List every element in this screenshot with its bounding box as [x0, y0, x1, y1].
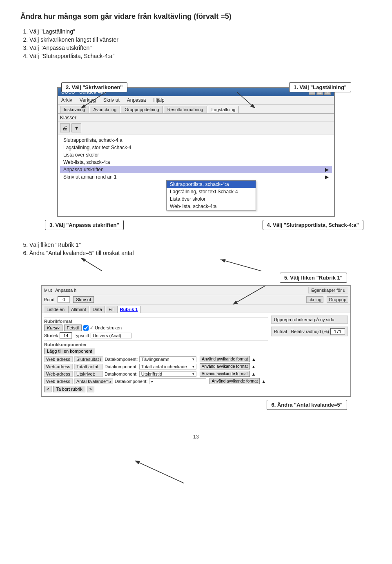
dc-value-1[interactable]: Totalt antal incheckade ▾	[139, 364, 196, 369]
tab-inskrivning[interactable]: Inskrivning	[60, 106, 89, 113]
component-rows: Web-adress Slutresultat i Datakomponent:…	[44, 356, 268, 384]
avv-btn-3[interactable]: Använd avvikande format	[209, 378, 260, 384]
app-window-1: SOSS - Schack-4an ─ □ ✕ Arkiv Verktyg Sk…	[57, 87, 335, 217]
format-buttons-row: Kursiv Fetstil ✓ Understruken	[44, 325, 268, 331]
instruction-2: Välj skrivarikonen längst till vänster	[29, 36, 372, 43]
diagram-1: 2. Välj "Skrivarikonen" 1. Välj "Lagstäl…	[20, 67, 372, 242]
menu-skriv-ut[interactable]: Skriv ut	[102, 97, 121, 103]
avv-icon-2: ▲	[252, 372, 256, 376]
ta-bort-row: < Ta bort rubrik >	[44, 386, 268, 392]
klasser-label: Klasser	[58, 114, 334, 122]
tab-fil[interactable]: Fil	[106, 306, 116, 313]
tab-lagstallning[interactable]: Lagställning	[208, 106, 239, 113]
list-item-slutrapport[interactable]: Slutrapportlista, schack-4:a	[60, 137, 332, 144]
nav-prev-button[interactable]: <	[44, 386, 51, 392]
comp-label1-3: Web-adress	[44, 378, 73, 384]
nav-arrows: <	[44, 386, 51, 392]
submenu-arrow-icon-2: ▶	[325, 174, 329, 180]
typsnitt-value: Univers (Arial)	[91, 333, 131, 338]
toolbar-label-iv-ut: iv ut	[44, 288, 52, 293]
annotation-bubble-antal-kvalande: 6. Ändra "Antal kvalande=5"	[267, 400, 347, 410]
avv-icon-0: ▲	[252, 357, 256, 362]
app-content: Slutrapportlista, schack-4:a Lagställnin…	[58, 134, 334, 216]
relativ-input[interactable]	[330, 328, 345, 335]
comp-row-3: Web-adress Antal kvalande=5 Datakomponen…	[44, 378, 268, 384]
kursiv-button[interactable]: Kursiv	[44, 325, 62, 331]
comp-label1-0: Web-adress	[44, 356, 73, 362]
list-item-lagstallning[interactable]: Lagställning, stor text Schack-4	[60, 144, 332, 151]
dc-label-2: Datakomponent:	[105, 372, 138, 376]
rond-input[interactable]	[58, 296, 70, 303]
instruction-4: Välj "Slutrapportlista, Schack-4:a"	[29, 53, 372, 59]
list-item-web-lista[interactable]: Web-lista, schack-4:a	[60, 159, 332, 166]
left-tab-2[interactable]: Gruppup	[327, 296, 348, 303]
avv-btn-0[interactable]: Använd avvikande format	[200, 356, 250, 362]
avv-btn-2[interactable]: Använd avvikande format	[200, 371, 250, 377]
submenu-item-slutrapport[interactable]: Slutrapportlista, schack-4:a	[167, 181, 256, 188]
annotation-bubble-anpassa: 3. Välj "Anpassa utskriften"	[45, 220, 124, 230]
instruction-3: Välj "Anpassa utskriften"	[29, 45, 372, 51]
annotation-bubble-skrivarikonen: 2. Välj "Skrivarikonen"	[61, 82, 127, 92]
svg-line-7	[135, 461, 184, 483]
lagg-till-button[interactable]: Lägg till en komponent	[44, 348, 95, 354]
tab-allment[interactable]: Allmänt	[68, 306, 89, 313]
print-icon-button[interactable]: 🖨	[60, 123, 70, 132]
tab-resultatinmatning[interactable]: Resultatinmatning	[164, 106, 207, 113]
submenu-arrow-icon: ▶	[325, 167, 329, 172]
rutnat-row: Rutnät Relativ radhöjd (%)	[271, 327, 348, 336]
submenu-item-web-lista[interactable]: Web-lista, schack-4:a	[167, 203, 256, 210]
app-tabs: Inskrivning Avprickning Gruppuppdelning …	[58, 105, 334, 114]
understruken-checkbox[interactable]	[83, 325, 89, 331]
instruction-5: Välj fliken "Rubrik 1"	[29, 242, 372, 248]
menu-anpassa[interactable]: Anpassa	[126, 97, 147, 103]
dc-label-0: Datakomponent:	[105, 357, 138, 362]
nav-next-button[interactable]: >	[87, 386, 94, 392]
list-item-skriv-ut-annan[interactable]: Skriv ut annan rond än 1 ▶	[60, 173, 332, 181]
storlek-input[interactable]	[60, 332, 72, 339]
app-window-2: iv ut Anpassa h Egenskaper för u Rond Sk…	[41, 285, 351, 397]
submenu-item-lista-skolor[interactable]: Lista över skolor	[167, 195, 256, 203]
instruction-6: Ändra "Antal kvalande=5" till önskat ant…	[29, 250, 372, 256]
rubrikformat-section: Rubrikformat	[44, 317, 268, 324]
tab-rubrik1[interactable]: Rubrik 1	[117, 306, 141, 313]
comp-row-1: Web-adress Totalt antal: Datakomponent: …	[44, 363, 268, 369]
diagram-2: 5. Välj fliken "Rubrik 1" 6. Ändra "Anta…	[20, 260, 372, 421]
dc-label-3: Datakomponent:	[115, 379, 148, 384]
dc-value-2[interactable]: Utskriftstid ▾	[139, 371, 196, 377]
left-tab-1[interactable]: ckning	[306, 296, 323, 303]
tab-data[interactable]: Data	[90, 306, 105, 313]
comp-row-2: Web-adress Utskrivet: Datakomponent: Uts…	[44, 371, 268, 377]
avv-btn-1[interactable]: Använd avvikande format	[200, 363, 250, 369]
comp-label1-2: Web-adress	[44, 371, 73, 377]
tab-gruppuppdelning[interactable]: Gruppuppdelning	[121, 106, 163, 113]
dc-value-3[interactable]: ▾	[149, 378, 206, 384]
typsnitt-label: Typsnitt	[74, 333, 89, 338]
app2-content: Rubrikformat Kursiv Fetstil ✓ Understruk…	[42, 313, 350, 396]
relativ-label: Relativ radhöjd (%)	[291, 329, 329, 334]
app-menubar: Arkiv Verktyg Skriv ut Anpassa Hjälp	[58, 96, 334, 105]
ta-bort-rubrik-button[interactable]: Ta bort rubrik	[53, 386, 85, 392]
app2-main-tabs: Listdelen Allmänt Data Fil Rubrik 1	[42, 304, 350, 313]
understruken-label: ✓ Understruken	[90, 325, 122, 331]
submenu: Slutrapportlista, schack-4:a Lagställnin…	[166, 180, 256, 210]
right-panel: Upprepa rubrikerna på ny sida Rutnät Rel…	[271, 316, 348, 394]
comp-label2-2: Utskrivet:	[74, 371, 103, 377]
dropdown-button[interactable]: ▾	[71, 123, 81, 132]
fetstil-button[interactable]: Fetstil	[64, 325, 82, 331]
app2-toolbar-row2: Rond Skriv ut ckning Gruppup	[42, 295, 350, 304]
dc-value-0[interactable]: Tävlingsnamn ▾	[139, 356, 196, 362]
comp-label2-1: Totalt antal:	[74, 364, 103, 369]
menu-arkiv[interactable]: Arkiv	[60, 97, 74, 103]
skriv-ut-button[interactable]: Skriv ut	[73, 296, 94, 303]
list-item-lista-skolor[interactable]: Lista över skolor	[60, 151, 332, 159]
submenu-item-lagstallning[interactable]: Lagställning, stor text Schack-4	[167, 188, 256, 195]
rubrikkomponenter-section: Rubrikkomponenter	[44, 340, 268, 347]
menu-verktyg[interactable]: Verktyg	[78, 97, 97, 103]
tab-listdelen[interactable]: Listdelen	[44, 306, 67, 313]
list-item-anpassa[interactable]: Anpassa utskriften ▶	[60, 166, 332, 173]
tab-avprickning[interactable]: Avprickning	[90, 106, 120, 113]
dc-label-1: Datakomponent:	[105, 364, 138, 369]
storlek-row: Storlek Typsnitt Univers (Arial)	[44, 332, 268, 339]
menu-hjalp[interactable]: Hjälp	[152, 97, 165, 103]
annotation-bubble-lagstallning: 1. Välj "Lagställning"	[289, 82, 351, 92]
